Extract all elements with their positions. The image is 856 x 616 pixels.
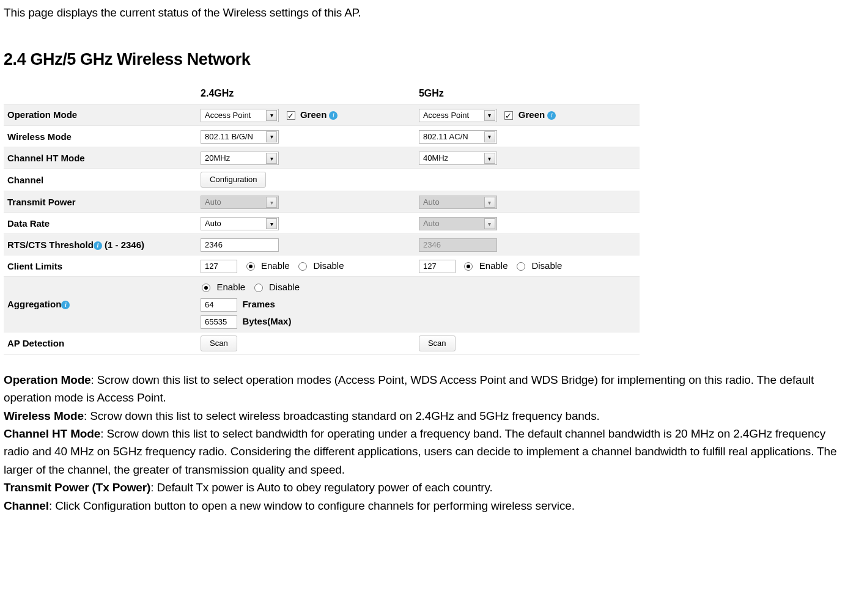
data-rate-24-select[interactable]: Auto ▾	[201, 217, 279, 230]
chevron-down-icon: ▾	[266, 153, 277, 164]
tx-power-24-value: Auto	[205, 196, 221, 208]
row-label-rtscts: RTS/CTS Threshold (1 - 2346)	[4, 234, 197, 255]
row-label-tx-power: Transmit Power	[4, 191, 197, 213]
wireless-mode-5-select[interactable]: 802.11 AC/N ▾	[419, 130, 497, 144]
wireless-mode-24-value: 802.11 B/G/N	[205, 131, 253, 143]
column-header-5ghz: 5GHz	[415, 86, 640, 104]
channel-ht-24-select[interactable]: 20MHz ▾	[201, 152, 279, 165]
enable-label: Enable	[479, 260, 508, 271]
aggregation-frames-input[interactable]: 64	[201, 298, 237, 312]
operation-mode-24-select[interactable]: Access Point ▾	[201, 109, 279, 122]
client-limits-5-input[interactable]: 127	[419, 260, 456, 273]
green-24-label: Green	[300, 109, 327, 120]
disable-label: Disable	[531, 260, 562, 271]
chevron-down-icon: ▾	[266, 218, 277, 229]
green-5-checkbox[interactable]	[504, 111, 513, 120]
frames-label: Frames	[242, 299, 275, 309]
def-text-wireless-mode: : Scrow down this list to select wireles…	[84, 409, 600, 422]
channel-ht-5-value: 40MHz	[423, 152, 448, 164]
chevron-down-icon: ▾	[484, 153, 495, 164]
info-icon[interactable]	[94, 241, 102, 250]
info-icon[interactable]	[329, 111, 338, 120]
info-icon[interactable]	[61, 301, 70, 309]
chevron-down-icon: ▾	[266, 197, 277, 208]
client-limits-5-disable-radio[interactable]	[517, 262, 525, 271]
row-label-wireless-mode: Wireless Mode	[4, 126, 197, 147]
client-limits-24-enable-radio[interactable]	[246, 262, 255, 271]
green-24-checkbox[interactable]	[287, 111, 295, 120]
row-label-data-rate: Data Rate	[4, 213, 197, 234]
chevron-down-icon: ▾	[484, 131, 495, 142]
def-term-tx-power: Transmit Power (Tx Power)	[4, 481, 150, 494]
tx-power-5-value: Auto	[423, 196, 440, 208]
column-header-24ghz: 2.4GHz	[197, 86, 415, 104]
row-label-aggregation: Aggregation	[4, 277, 197, 332]
operation-mode-24-value: Access Point	[205, 109, 251, 122]
bytes-label: Bytes(Max)	[242, 316, 291, 326]
operation-mode-5-value: Access Point	[423, 109, 469, 122]
tx-power-24-select[interactable]: Auto ▾	[201, 196, 279, 209]
chevron-down-icon: ▾	[484, 110, 495, 121]
def-term-channel-ht: Channel HT Mode	[4, 427, 100, 440]
operation-mode-5-select[interactable]: Access Point ▾	[419, 109, 497, 122]
data-rate-5-value: Auto	[423, 218, 440, 230]
def-text-tx-power: : Default Tx power is Auto to obey regul…	[150, 481, 492, 494]
rtscts-5-input: 2346	[419, 238, 497, 252]
client-limits-5-enable-radio[interactable]	[464, 262, 473, 271]
def-text-channel-ht: : Scrow down this list to select bandwid…	[4, 427, 836, 476]
client-limits-24-input[interactable]: 127	[201, 260, 237, 273]
section-heading: 2.4 GHz/5 GHz Wireless Network	[4, 47, 852, 73]
row-label-operation-mode: Operation Mode	[4, 105, 197, 126]
aggregation-bytes-input[interactable]: 65535	[201, 315, 237, 329]
aggregation-disable-radio[interactable]	[254, 284, 263, 292]
row-label-channel-ht: Channel HT Mode	[4, 147, 197, 169]
intro-text: This page displays the current status of…	[4, 4, 852, 21]
channel-ht-5-select[interactable]: 40MHz ▾	[419, 152, 497, 165]
wireless-mode-5-value: 802.11 AC/N	[423, 131, 468, 143]
disable-label: Disable	[269, 282, 300, 292]
def-text-channel: : Click Configuration button to open a n…	[49, 499, 575, 512]
chevron-down-icon: ▾	[266, 131, 277, 142]
data-rate-24-value: Auto	[205, 218, 221, 230]
channel-configuration-button[interactable]: Configuration	[201, 172, 266, 188]
enable-label: Enable	[216, 282, 245, 292]
client-limits-24-disable-radio[interactable]	[298, 262, 307, 271]
data-rate-5-select[interactable]: Auto ▾	[419, 217, 497, 230]
def-text-operation-mode: : Scrow down this list to select operati…	[4, 373, 814, 404]
info-icon[interactable]	[547, 111, 556, 120]
channel-ht-24-value: 20MHz	[205, 152, 230, 164]
ap-detection-scan-5-button[interactable]: Scan	[419, 336, 456, 351]
def-term-wireless-mode: Wireless Mode	[4, 409, 84, 422]
row-label-client-limits: Client Limits	[4, 255, 197, 277]
rtscts-24-input[interactable]: 2346	[201, 238, 279, 252]
enable-label: Enable	[261, 260, 290, 271]
chevron-down-icon: ▾	[484, 197, 495, 208]
tx-power-5-select[interactable]: Auto ▾	[419, 196, 497, 209]
aggregation-enable-radio[interactable]	[202, 284, 210, 292]
wireless-mode-24-select[interactable]: 802.11 B/G/N ▾	[201, 130, 279, 144]
row-label-channel: Channel	[4, 169, 197, 191]
ap-detection-scan-24-button[interactable]: Scan	[201, 336, 237, 351]
row-label-ap-detection: AP Detection	[4, 332, 197, 354]
green-5-label: Green	[518, 109, 545, 120]
field-definitions: Operation Mode: Scrow down this list to …	[4, 371, 852, 515]
wireless-settings-table: 2.4GHz 5GHz Operation Mode Access Point …	[4, 86, 640, 354]
def-term-channel: Channel	[4, 499, 49, 512]
def-term-operation-mode: Operation Mode	[4, 373, 91, 386]
disable-label: Disable	[314, 260, 344, 271]
chevron-down-icon: ▾	[484, 218, 495, 229]
chevron-down-icon: ▾	[266, 110, 277, 121]
